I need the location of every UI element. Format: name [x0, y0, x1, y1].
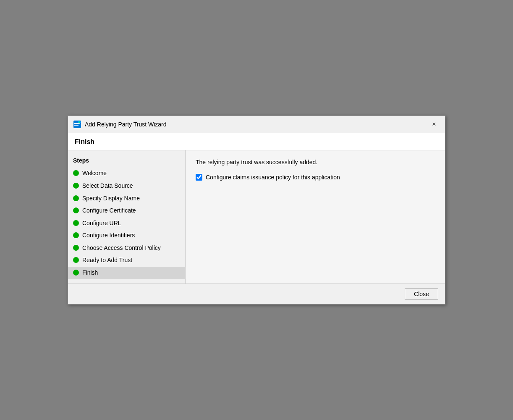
window-title: Add Relying Party Trust Wizard: [85, 121, 167, 128]
step-item-ready-to-add-trust: Ready to Add Trust: [68, 254, 185, 267]
footer-bar: Close: [68, 284, 445, 304]
page-title: Finish: [75, 138, 94, 145]
step-label-configure-certificate: Configure Certificate: [82, 207, 136, 215]
step-dot-configure-certificate: [73, 207, 79, 213]
configure-claims-checkbox[interactable]: [196, 174, 202, 181]
steps-panel: Steps Welcome Select Data Source Specify…: [68, 150, 186, 283]
step-label-choose-access-control-policy: Choose Access Control Policy: [82, 244, 161, 252]
step-label-finish: Finish: [82, 269, 98, 277]
step-item-configure-url: Configure URL: [68, 217, 185, 230]
step-label-select-data-source: Select Data Source: [82, 182, 133, 190]
configure-claims-label[interactable]: Configure claims issuance policy for thi…: [206, 174, 340, 181]
step-item-choose-access-control-policy: Choose Access Control Policy: [68, 242, 185, 255]
title-bar: Add Relying Party Trust Wizard ×: [68, 116, 445, 133]
success-message: The relying party trust was successfully…: [196, 159, 435, 165]
dialog-window: Add Relying Party Trust Wizard × Finish …: [68, 116, 445, 304]
step-dot-ready-to-add-trust: [73, 257, 79, 263]
main-panel: The relying party trust was successfully…: [186, 150, 445, 283]
step-dot-choose-access-control-policy: [73, 245, 79, 251]
step-item-finish: Finish: [68, 267, 185, 279]
step-dot-specify-display-name: [73, 195, 79, 201]
content-area: Steps Welcome Select Data Source Specify…: [68, 150, 445, 283]
svg-point-4: [79, 121, 80, 123]
close-button[interactable]: Close: [405, 288, 438, 300]
title-bar-left: Add Relying Party Trust Wizard: [73, 120, 167, 129]
step-item-select-data-source: Select Data Source: [68, 180, 185, 192]
step-item-configure-certificate: Configure Certificate: [68, 205, 185, 217]
step-dot-finish: [73, 270, 79, 276]
svg-rect-2: [74, 125, 79, 126]
checkbox-row: Configure claims issuance policy for thi…: [196, 174, 435, 181]
step-item-specify-display-name: Specify Display Name: [68, 192, 185, 205]
page-header: Finish: [68, 133, 445, 150]
step-label-specify-display-name: Specify Display Name: [82, 194, 140, 203]
step-label-configure-url: Configure URL: [82, 219, 121, 228]
steps-header: Steps: [68, 155, 185, 167]
window-close-button[interactable]: ×: [428, 119, 440, 129]
step-label-configure-identifiers: Configure Identifiers: [82, 231, 135, 240]
step-label-ready-to-add-trust: Ready to Add Trust: [82, 256, 132, 265]
step-dot-configure-url: [73, 220, 79, 226]
step-item-configure-identifiers: Configure Identifiers: [68, 229, 185, 242]
step-item-welcome: Welcome: [68, 167, 185, 180]
step-dot-select-data-source: [73, 183, 79, 189]
step-dot-configure-identifiers: [73, 232, 79, 238]
window-icon: [73, 120, 81, 129]
step-label-welcome: Welcome: [82, 169, 107, 178]
step-dot-welcome: [73, 170, 79, 176]
